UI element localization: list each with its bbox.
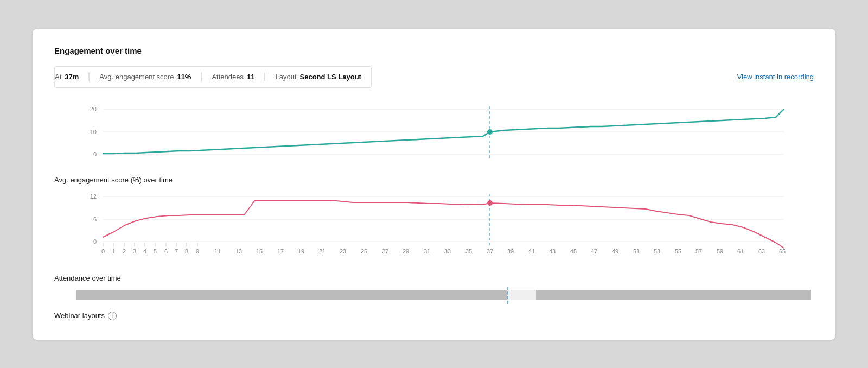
chart2-svg: 12 6 0 0 1 2 3 4 5 6 7 bbox=[54, 188, 814, 264]
attendance-seg1 bbox=[76, 290, 507, 300]
svg-text:5: 5 bbox=[154, 248, 157, 255]
svg-text:0: 0 bbox=[101, 248, 105, 255]
svg-text:19: 19 bbox=[298, 248, 304, 255]
svg-text:20: 20 bbox=[90, 106, 97, 112]
svg-text:45: 45 bbox=[570, 248, 577, 255]
svg-text:57: 57 bbox=[695, 248, 702, 255]
main-card: Engagement over time At 37m Avg. engagem… bbox=[33, 29, 835, 340]
svg-text:59: 59 bbox=[717, 248, 723, 255]
webinar-layouts-label: Webinar layouts bbox=[54, 312, 105, 320]
attendance-seg2 bbox=[536, 290, 811, 300]
svg-text:43: 43 bbox=[549, 248, 556, 255]
svg-text:29: 29 bbox=[403, 248, 409, 255]
svg-text:61: 61 bbox=[737, 248, 744, 255]
svg-text:3: 3 bbox=[133, 248, 136, 255]
svg-text:6: 6 bbox=[93, 216, 97, 223]
svg-text:1: 1 bbox=[112, 248, 115, 255]
svg-text:12: 12 bbox=[90, 193, 97, 200]
svg-text:13: 13 bbox=[235, 248, 242, 255]
svg-text:9: 9 bbox=[196, 248, 199, 255]
chart2-line bbox=[103, 200, 784, 248]
chart1-line bbox=[103, 109, 784, 154]
svg-text:47: 47 bbox=[591, 248, 597, 255]
attendance-bar-container bbox=[54, 287, 814, 304]
attendance-marker-line bbox=[507, 287, 508, 304]
webinar-layouts-section: Webinar layouts i bbox=[54, 312, 814, 320]
svg-text:8: 8 bbox=[185, 248, 188, 255]
svg-text:25: 25 bbox=[361, 248, 367, 255]
at-label: At bbox=[55, 73, 61, 81]
svg-text:31: 31 bbox=[424, 248, 430, 255]
svg-text:17: 17 bbox=[277, 248, 284, 255]
chart1-marker-dot bbox=[487, 129, 493, 135]
info-icon[interactable]: i bbox=[108, 312, 117, 320]
svg-text:35: 35 bbox=[465, 248, 472, 255]
svg-text:11: 11 bbox=[214, 248, 221, 255]
svg-text:39: 39 bbox=[507, 248, 514, 255]
layout-label: Layout bbox=[275, 73, 296, 81]
metric-avg: Avg. engagement score 11% bbox=[90, 73, 201, 81]
metric-attendees: Attendees 11 bbox=[202, 73, 265, 81]
metrics-row: At 37m Avg. engagement score 11% Attende… bbox=[54, 66, 814, 88]
attendees-label: Attendees bbox=[212, 73, 244, 81]
svg-text:0: 0 bbox=[93, 151, 97, 157]
chart1-section: 20 10 0 bbox=[54, 101, 814, 168]
svg-text:33: 33 bbox=[444, 248, 451, 255]
page-title: Engagement over time bbox=[54, 46, 814, 55]
attendance-section: Attendance over time bbox=[54, 274, 814, 304]
svg-text:23: 23 bbox=[340, 248, 346, 255]
metrics-box: At 37m Avg. engagement score 11% Attende… bbox=[54, 66, 372, 88]
svg-text:65: 65 bbox=[779, 248, 786, 255]
svg-text:21: 21 bbox=[319, 248, 326, 255]
chart1-svg: 20 10 0 bbox=[54, 101, 814, 166]
svg-text:41: 41 bbox=[528, 248, 535, 255]
svg-text:15: 15 bbox=[256, 248, 263, 255]
metric-layout: Layout Second LS Layout bbox=[265, 73, 371, 81]
svg-text:7: 7 bbox=[175, 248, 178, 255]
attendance-label: Attendance over time bbox=[54, 274, 814, 282]
svg-text:4: 4 bbox=[143, 248, 146, 255]
chart2-section: Avg. engagement score (%) over time 12 6… bbox=[54, 176, 814, 267]
svg-text:51: 51 bbox=[633, 248, 640, 255]
svg-text:10: 10 bbox=[90, 129, 97, 135]
svg-text:0: 0 bbox=[93, 238, 97, 245]
svg-text:6: 6 bbox=[164, 248, 168, 255]
svg-text:55: 55 bbox=[675, 248, 681, 255]
view-instant-link[interactable]: View instant in recording bbox=[724, 73, 814, 81]
svg-text:37: 37 bbox=[487, 248, 493, 255]
svg-text:2: 2 bbox=[123, 248, 126, 255]
layout-value: Second LS Layout bbox=[300, 73, 361, 81]
chart2-marker-dot bbox=[487, 200, 493, 206]
svg-text:53: 53 bbox=[654, 248, 660, 255]
chart2-label: Avg. engagement score (%) over time bbox=[54, 176, 814, 184]
at-value: 37m bbox=[65, 73, 79, 81]
metric-at: At 37m bbox=[55, 73, 89, 81]
avg-value: 11% bbox=[177, 73, 191, 81]
svg-text:49: 49 bbox=[612, 248, 618, 255]
svg-text:27: 27 bbox=[382, 248, 388, 255]
avg-label: Avg. engagement score bbox=[99, 73, 174, 81]
svg-text:63: 63 bbox=[758, 248, 765, 255]
attendees-value: 11 bbox=[247, 73, 254, 81]
